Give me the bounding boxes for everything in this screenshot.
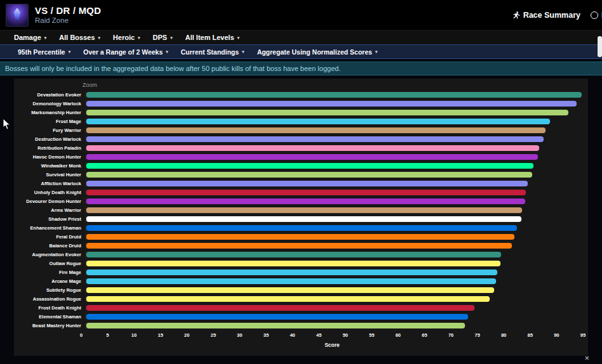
bar-destruction-warlock[interactable] <box>86 136 544 142</box>
category-label-unholy-death-knight[interactable]: Unholy Death Knight <box>14 190 86 195</box>
chart-row: Balance Druid <box>14 241 588 250</box>
clipped-header-link[interactable]: R <box>591 11 602 20</box>
category-label-fury-warrior[interactable]: Fury Warrior <box>14 127 86 133</box>
bar-track <box>86 145 583 151</box>
race-summary-link[interactable]: Race Summary <box>513 11 580 20</box>
bar-elemental-shaman[interactable] <box>86 314 468 320</box>
filter-heroic[interactable]: Heroic▾ <box>107 34 147 41</box>
x-tick-label: 35 <box>263 332 268 338</box>
category-label-demonology-warlock[interactable]: Demonology Warlock <box>14 101 86 107</box>
header: VS / DR / MQD Raid Zone Race Summary R <box>0 0 602 30</box>
page-subtitle: Raid Zone <box>35 16 101 25</box>
chart-row: Subtlety Rogue <box>14 285 588 294</box>
category-label-fire-mage[interactable]: Fire Mage <box>14 270 86 275</box>
chart-row: Outlaw Rogue <box>14 259 588 268</box>
bar-unholy-death-knight[interactable] <box>86 190 526 195</box>
chart-row: Fire Mage <box>14 268 588 276</box>
bar-balance-druid[interactable] <box>86 243 512 249</box>
category-label-beast-mastery-hunter[interactable]: Beast Mastery Hunter <box>14 323 86 328</box>
category-label-devourer-demon-hunter[interactable]: Devourer Demon Hunter <box>14 198 86 204</box>
bar-augmentation-evoker[interactable] <box>86 252 501 257</box>
category-label-elemental-shaman[interactable]: Elemental Shaman <box>14 314 86 320</box>
race-summary-label: Race Summary <box>523 11 580 20</box>
bar-enhancement-shaman[interactable] <box>86 225 517 231</box>
category-label-survival-hunter[interactable]: Survival Hunter <box>14 172 86 178</box>
category-label-windwalker-monk[interactable]: Windwalker Monk <box>14 163 86 169</box>
category-label-enhancement-shaman[interactable]: Enhancement Shaman <box>14 225 86 231</box>
bar-track <box>86 261 583 266</box>
scrollbar-thumb[interactable] <box>598 36 602 57</box>
runner-icon <box>513 11 520 19</box>
category-label-balance-druid[interactable]: Balance Druid <box>14 243 86 249</box>
category-label-shadow-priest[interactable]: Shadow Priest <box>14 216 86 222</box>
filter-dps[interactable]: DPS▾ <box>147 34 179 41</box>
x-axis-spacer <box>14 332 81 340</box>
caret-down-icon: ▾ <box>237 36 240 40</box>
bar-retribution-paladin[interactable] <box>86 145 539 151</box>
bar-assassination-rogue[interactable] <box>86 296 490 302</box>
category-label-destruction-warlock[interactable]: Destruction Warlock <box>14 136 86 142</box>
filter-damage[interactable]: Damage▾ <box>8 34 53 41</box>
bar-subtlety-rogue[interactable] <box>86 287 494 293</box>
category-label-assassination-rogue[interactable]: Assassination Rogue <box>14 296 86 302</box>
close-button[interactable]: × <box>584 353 589 363</box>
category-label-retribution-paladin[interactable]: Retribution Paladin <box>14 145 86 151</box>
filter-all-item-levels[interactable]: All Item Levels▾ <box>179 34 246 41</box>
site-logo[interactable] <box>6 4 29 27</box>
option-95th-percentile[interactable]: 95th Percentile▾ <box>11 48 77 56</box>
bar-demonology-warlock[interactable] <box>86 101 577 107</box>
chart-row: Augmentation Evoker <box>14 250 588 259</box>
bar-fire-mage[interactable] <box>86 270 497 275</box>
bar-arms-warrior[interactable] <box>86 207 522 213</box>
menu-item-label: 95th Percentile <box>18 48 65 56</box>
caret-down-icon: ▾ <box>376 49 378 54</box>
bar-track <box>86 136 583 142</box>
category-label-arms-warrior[interactable]: Arms Warrior <box>14 207 86 213</box>
category-label-affliction-warlock[interactable]: Affliction Warlock <box>14 181 86 186</box>
category-label-feral-druid[interactable]: Feral Druid <box>14 234 86 240</box>
bar-survival-hunter[interactable] <box>86 172 532 178</box>
category-label-frost-death-knight[interactable]: Frost Death Knight <box>14 305 86 311</box>
x-axis-title: Score <box>81 342 583 348</box>
category-label-subtlety-rogue[interactable]: Subtlety Rogue <box>14 287 86 293</box>
bar-marksmanship-hunter[interactable] <box>86 110 568 115</box>
filter-all-bosses[interactable]: All Bosses▾ <box>53 34 107 41</box>
bar-track <box>86 323 583 328</box>
category-label-arcane-mage[interactable]: Arcane Mage <box>14 278 86 284</box>
bar-track <box>86 198 583 204</box>
bar-frost-death-knight[interactable] <box>86 305 474 311</box>
category-label-frost-mage[interactable]: Frost Mage <box>14 119 86 124</box>
notice-banner: Bosses will only be included in the aggr… <box>0 62 602 75</box>
bar-shadow-priest[interactable] <box>86 216 521 222</box>
category-label-devastation-evoker[interactable]: Devastation Evoker <box>14 92 86 98</box>
bar-arcane-mage[interactable] <box>86 278 496 284</box>
x-tick-label: 75 <box>474 332 480 338</box>
x-tick-label: 60 <box>395 332 400 338</box>
secondary-filter-bar: 95th Percentile▾Over a Range of 2 Weeks▾… <box>0 44 602 59</box>
category-label-outlaw-rogue[interactable]: Outlaw Rogue <box>14 261 86 266</box>
x-tick-label: 45 <box>317 332 322 338</box>
bar-track <box>86 119 583 124</box>
option-aggregate-using-normalized-scores[interactable]: Aggregate Using Normalized Scores▾ <box>251 48 384 56</box>
caret-down-icon: ▾ <box>98 36 101 40</box>
category-label-augmentation-evoker[interactable]: Augmentation Evoker <box>14 252 86 257</box>
bar-feral-druid[interactable] <box>86 234 514 240</box>
bar-track <box>86 314 583 320</box>
option-over-a-range-of-2-weeks[interactable]: Over a Range of 2 Weeks▾ <box>77 48 174 56</box>
category-label-marksmanship-hunter[interactable]: Marksmanship Hunter <box>14 110 86 115</box>
option-current-standings[interactable]: Current Standings▾ <box>174 48 251 56</box>
bar-devastation-evoker[interactable] <box>86 92 582 98</box>
category-label-havoc-demon-hunter[interactable]: Havoc Demon Hunter <box>14 154 86 160</box>
bar-windwalker-monk[interactable] <box>86 163 533 169</box>
bar-havoc-demon-hunter[interactable] <box>86 154 538 160</box>
bar-fury-warrior[interactable] <box>86 127 546 133</box>
bar-track <box>86 92 583 98</box>
page-title: VS / DR / MQD <box>35 5 101 16</box>
bar-track <box>86 234 583 240</box>
bar-outlaw-rogue[interactable] <box>86 261 501 266</box>
menu-item-label: Heroic <box>113 34 134 41</box>
bar-affliction-warlock[interactable] <box>86 181 528 186</box>
bar-frost-mage[interactable] <box>86 119 550 124</box>
bar-beast-mastery-hunter[interactable] <box>86 323 465 328</box>
bar-devourer-demon-hunter[interactable] <box>86 198 525 204</box>
